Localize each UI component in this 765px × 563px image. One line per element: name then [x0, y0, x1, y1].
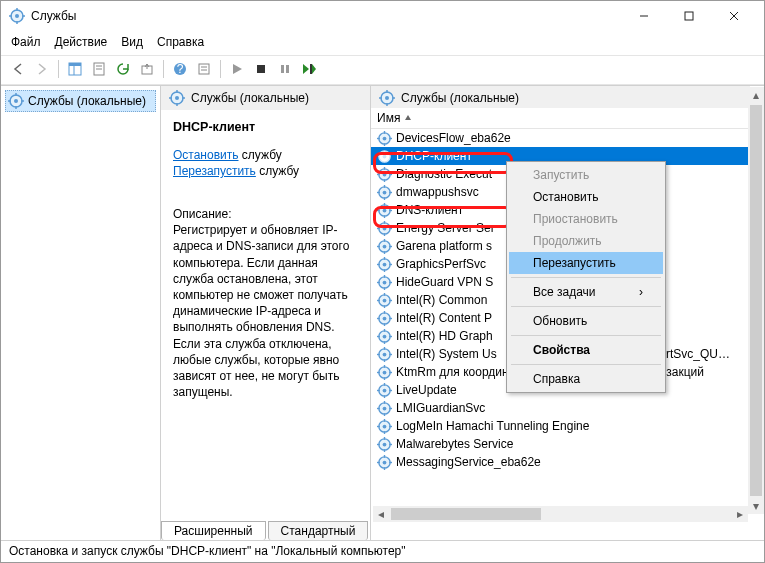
back-button[interactable] — [7, 58, 29, 80]
status-bar: Остановка и запуск службы "DHCP-клиент" … — [1, 540, 764, 562]
gear-icon — [377, 365, 392, 380]
scroll-right-icon[interactable]: ▸ — [732, 506, 748, 522]
service-name: Intel(R) System Us — [396, 347, 497, 361]
ctx-properties[interactable]: Свойства — [509, 339, 663, 361]
scroll-thumb[interactable] — [750, 105, 762, 496]
toolbar-separator — [163, 60, 164, 78]
ctx-restart[interactable]: Перезапустить — [509, 252, 663, 274]
gear-icon — [377, 311, 392, 326]
toolbar-separator — [220, 60, 221, 78]
gear-icon — [377, 347, 392, 362]
mid-header: Службы (локальные) — [161, 86, 370, 110]
service-name: Diagnostic Execut — [396, 167, 492, 181]
window-title: Службы — [31, 9, 621, 23]
maximize-button[interactable] — [666, 1, 711, 31]
service-name: dmwappushsvc — [396, 185, 479, 199]
ctx-separator — [511, 335, 661, 336]
description-label: Описание: — [173, 206, 358, 222]
stop-link[interactable]: Остановить — [173, 148, 239, 162]
properties-button[interactable] — [88, 58, 110, 80]
service-name: Intel(R) Common — [396, 293, 487, 307]
service-name: DevicesFlow_eba62e — [396, 131, 511, 145]
gear-icon — [377, 293, 392, 308]
list-button[interactable] — [193, 58, 215, 80]
scroll-thumb[interactable] — [391, 508, 541, 520]
service-name: MessagingService_eba62e — [396, 455, 541, 469]
minimize-button[interactable] — [621, 1, 666, 31]
restart-suffix: службу — [256, 164, 299, 178]
stop-button[interactable] — [250, 58, 272, 80]
ctx-resume[interactable]: Продолжить — [509, 230, 663, 252]
detail-view-button[interactable] — [64, 58, 86, 80]
scroll-up-icon[interactable]: ▴ — [748, 87, 764, 103]
gear-icon — [377, 131, 392, 146]
scroll-down-icon[interactable]: ▾ — [748, 498, 764, 514]
service-name: GraphicsPerfSvc — [396, 257, 486, 271]
restart-link[interactable]: Перезапустить — [173, 164, 256, 178]
service-row[interactable]: Malwarebytes Service — [371, 435, 750, 453]
gear-icon — [377, 167, 392, 182]
gear-icon — [377, 419, 392, 434]
gear-icon — [377, 257, 392, 272]
gear-icon — [377, 275, 392, 290]
menu-view[interactable]: Вид — [121, 35, 143, 49]
ctx-stop[interactable]: Остановить — [509, 186, 663, 208]
refresh-button[interactable] — [112, 58, 134, 80]
tree-panel: Службы (локальные) — [1, 86, 161, 547]
service-row[interactable]: LMIGuardianSvc — [371, 399, 750, 417]
toolbar: ? — [1, 55, 764, 85]
ctx-refresh[interactable]: Обновить — [509, 310, 663, 332]
svg-text:?: ? — [177, 62, 184, 76]
gear-icon — [169, 90, 185, 106]
close-button[interactable] — [711, 1, 756, 31]
forward-button[interactable] — [31, 58, 53, 80]
service-name: LogMeIn Hamachi Tunneling Engine — [396, 419, 589, 433]
ctx-help[interactable]: Справка — [509, 368, 663, 390]
svg-rect-23 — [257, 65, 265, 73]
menu-file[interactable]: Файл — [11, 35, 41, 49]
service-row[interactable]: LogMeIn Hamachi Tunneling Engine — [371, 417, 750, 435]
service-name: Intel(R) HD Graph — [396, 329, 493, 343]
gear-icon — [377, 329, 392, 344]
ctx-pause[interactable]: Приостановить — [509, 208, 663, 230]
service-row[interactable]: DevicesFlow_eba62e — [371, 129, 750, 147]
column-header-name[interactable]: Имя — [377, 111, 412, 125]
service-name: LiveUpdate — [396, 383, 457, 397]
ctx-separator — [511, 306, 661, 307]
view-tabs: Расширенный Стандартный — [161, 521, 368, 540]
ctx-start[interactable]: Запустить — [509, 164, 663, 186]
restart-button[interactable] — [298, 58, 320, 80]
service-name: Garena platform s — [396, 239, 492, 253]
scroll-left-icon[interactable]: ◂ — [373, 506, 389, 522]
service-name: Malwarebytes Service — [396, 437, 513, 451]
tree-node-root[interactable]: Службы (локальные) — [5, 90, 156, 112]
gear-icon — [377, 437, 392, 452]
service-name: LMIGuardianSvc — [396, 401, 485, 415]
titlebar: Службы — [1, 1, 764, 31]
play-button[interactable] — [226, 58, 248, 80]
help-button[interactable]: ? — [169, 58, 191, 80]
ctx-separator — [511, 277, 661, 278]
menubar: Файл Действие Вид Справка — [1, 31, 764, 55]
ctx-all-tasks[interactable]: Все задачи — [509, 281, 663, 303]
toolbar-separator — [58, 60, 59, 78]
right-header: Службы (локальные) — [371, 86, 750, 108]
horizontal-scrollbar[interactable]: ◂ ▸ — [373, 506, 748, 522]
tab-extended[interactable]: Расширенный — [161, 521, 266, 540]
gear-icon — [377, 203, 392, 218]
gear-icon — [377, 185, 392, 200]
gear-icon — [377, 455, 392, 470]
gear-icon — [377, 239, 392, 254]
menu-action[interactable]: Действие — [55, 35, 108, 49]
service-name: Energy Server Ser — [396, 221, 495, 235]
app-icon — [9, 8, 25, 24]
menu-help[interactable]: Справка — [157, 35, 204, 49]
svg-rect-25 — [286, 65, 289, 73]
pause-button[interactable] — [274, 58, 296, 80]
description-text: Регистрирует и обновляет IP-адреса и DNS… — [173, 222, 358, 400]
export-button[interactable] — [136, 58, 158, 80]
service-row[interactable]: MessagingService_eba62e — [371, 453, 750, 471]
tab-standard[interactable]: Стандартный — [268, 521, 369, 540]
vertical-scrollbar[interactable]: ▴ ▾ — [748, 87, 764, 514]
mid-header-label: Службы (локальные) — [191, 91, 309, 105]
